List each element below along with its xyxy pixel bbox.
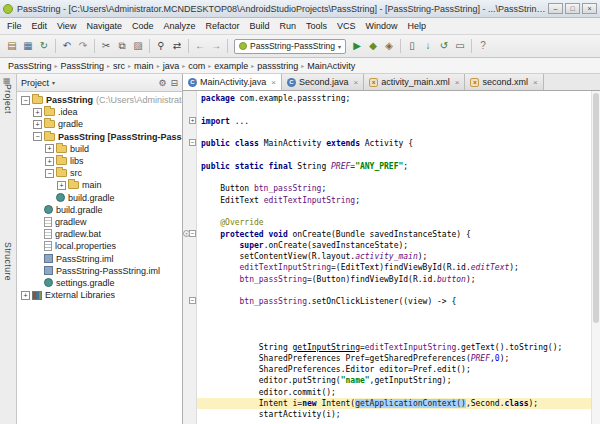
back-icon[interactable]: ← (192, 38, 208, 54)
tab-second-xml[interactable]: xsecond.xml× (465, 74, 543, 90)
breadcrumb-item-example[interactable]: example (212, 61, 250, 71)
menu-item-build[interactable]: Build (244, 18, 274, 35)
coverage-icon[interactable]: ◈ (381, 38, 397, 54)
tree-item-passstring-passstring-iml[interactable]: PassString-PassString.iml (17, 265, 182, 277)
fold-expand-icon[interactable]: + (189, 117, 196, 124)
expand-icon[interactable]: + (21, 291, 30, 300)
code-line[interactable] (197, 206, 591, 217)
breadcrumb-item-src[interactable]: src (111, 61, 127, 71)
menu-item-code[interactable]: Code (127, 18, 159, 35)
save-all-icon[interactable]: ▦ (20, 38, 36, 54)
menu-item-run[interactable]: Run (275, 18, 302, 35)
code-line[interactable]: super.onCreate(savedInstanceState); (197, 240, 591, 251)
breadcrumb-item-com[interactable]: com (186, 61, 207, 71)
code-line[interactable]: Button btn_passString; (197, 183, 591, 194)
collapse-all-icon[interactable]: ⊟ (170, 78, 178, 88)
paste-icon[interactable]: ▨ (130, 38, 146, 54)
expand-icon[interactable]: + (57, 181, 66, 190)
sync-icon[interactable]: ↻ (36, 38, 52, 54)
help-icon[interactable]: ? (475, 38, 491, 54)
editor-scrollbar[interactable] (591, 91, 600, 424)
close-icon[interactable]: × (533, 78, 538, 87)
tree-item-build-gradle[interactable]: build.gradle (17, 204, 182, 216)
tree-item-settings-gradle[interactable]: settings.gradle (17, 277, 182, 289)
code-line[interactable] (197, 127, 591, 138)
breadcrumb-item-passstring[interactable]: PassString (6, 61, 54, 71)
sdk-manager-icon[interactable]: ↓ (420, 38, 436, 54)
copy-icon[interactable]: ⧉ (114, 38, 130, 54)
minimize-button[interactable]: – (548, 3, 563, 14)
menu-item-vcs[interactable]: VCS (332, 18, 361, 35)
tab-activity-main-xml[interactable]: xactivity_main.xml× (364, 74, 465, 90)
code-line[interactable]: String getInputString=editTextInputStrin… (197, 342, 591, 353)
code-line[interactable]: btn_passString=(Button)findViewById(R.id… (197, 274, 591, 285)
menu-item-file[interactable]: File (2, 18, 27, 35)
run-config-select[interactable]: PassString-PassString▾ (234, 39, 346, 54)
avd-manager-icon[interactable]: ▯ (404, 38, 420, 54)
redo-icon[interactable]: ↷ (75, 38, 91, 54)
debug-icon[interactable]: ◆ (365, 38, 381, 54)
code-line[interactable] (197, 149, 591, 160)
close-button[interactable]: × (582, 3, 597, 14)
code-line[interactable]: SharedPreferences Pref=getSharedPreferen… (197, 353, 591, 364)
tree-item-passstring[interactable]: −PassString(C:\Users\Administrator.MCND (17, 94, 182, 106)
tree-item-gradle[interactable]: +gradle (17, 118, 182, 130)
code-line[interactable]: editor.commit(); (197, 387, 591, 398)
collapse-icon[interactable]: − (33, 132, 42, 141)
fold-collapse-icon[interactable]: − (189, 139, 196, 146)
breadcrumb-item-passstring[interactable]: PassString (59, 61, 107, 71)
find-icon[interactable]: ⚲ (153, 38, 169, 54)
tree-item-gradlew[interactable]: gradlew (17, 216, 182, 228)
menu-item-window[interactable]: Window (361, 18, 403, 35)
forward-icon[interactable]: → (208, 38, 224, 54)
close-icon[interactable]: × (354, 78, 359, 87)
tree-item-local-properties[interactable]: local.properties (17, 240, 182, 252)
tree-item-gradlew-bat[interactable]: gradlew.bat (17, 228, 182, 240)
close-icon[interactable]: × (271, 78, 276, 87)
menu-item-tools[interactable]: Tools (301, 18, 332, 35)
cut-icon[interactable]: ✂ (98, 38, 114, 54)
fold-collapse-icon[interactable]: − (189, 297, 196, 304)
code-line[interactable]: public class MainActivity extends Activi… (197, 138, 591, 149)
code-line[interactable]: btn_passString.setOnClickListener((view)… (197, 296, 591, 307)
collapse-icon[interactable]: − (45, 169, 54, 178)
code-line[interactable]: startActivity(i); (197, 409, 591, 420)
expand-icon[interactable]: + (33, 108, 42, 117)
code-line[interactable] (197, 104, 591, 115)
gradle-sync-icon[interactable]: ↺ (436, 38, 452, 54)
tree-item-passstring-passstring-passstring[interactable]: −PassString [PassString-PassString] (17, 131, 182, 143)
tree-item-build-gradle[interactable]: build.gradle (17, 192, 182, 204)
code-line[interactable] (197, 308, 591, 319)
breadcrumb-item-java[interactable]: java (161, 61, 182, 71)
code-line[interactable]: public static final String PREF="ANY_PRE… (197, 161, 591, 172)
code-line[interactable]: EditText editTextInputString; (197, 195, 591, 206)
expand-icon[interactable]: + (45, 157, 54, 166)
tree-item-build[interactable]: +build (17, 143, 182, 155)
fold-collapse-icon[interactable]: − (189, 230, 196, 237)
maximize-button[interactable]: □ (565, 3, 580, 14)
tree-item-main[interactable]: +main (17, 179, 182, 191)
override-method-icon[interactable]: ↑ (183, 230, 190, 237)
code-line[interactable] (197, 319, 591, 330)
stripe-tab-project[interactable]: Project (3, 84, 13, 114)
settings-gear-icon[interactable]: ⚙ (158, 78, 166, 88)
expand-icon[interactable]: + (45, 144, 54, 153)
menu-item-view[interactable]: View (52, 18, 81, 35)
tree-item-idea[interactable]: +.idea (17, 106, 182, 118)
code-line[interactable]: package com.example.passstring; (197, 93, 591, 104)
open-icon[interactable]: ▤ (4, 38, 20, 54)
code-line[interactable]: protected void onCreate(Bundle savedInst… (197, 229, 591, 240)
tree-item-src[interactable]: −src (17, 167, 182, 179)
menu-item-refactor[interactable]: Refactor (200, 18, 244, 35)
android-studio-logo-icon[interactable] (3, 4, 13, 14)
code-line[interactable]: editTextInputString=(EditText)findViewBy… (197, 262, 591, 273)
code-line[interactable]: setContentView(R.layout.activity_main); (197, 251, 591, 262)
code-line[interactable] (197, 285, 591, 296)
undo-icon[interactable]: ↶ (59, 38, 75, 54)
close-icon[interactable]: × (455, 78, 460, 87)
code-line[interactable]: Intent i=new Intent(getApplicationContex… (197, 398, 591, 409)
code-line[interactable] (197, 172, 591, 183)
code-area[interactable]: package com.example.passstring;import ..… (197, 91, 591, 424)
monitor-icon[interactable]: ▭ (452, 38, 468, 54)
expand-icon[interactable]: + (33, 120, 42, 129)
